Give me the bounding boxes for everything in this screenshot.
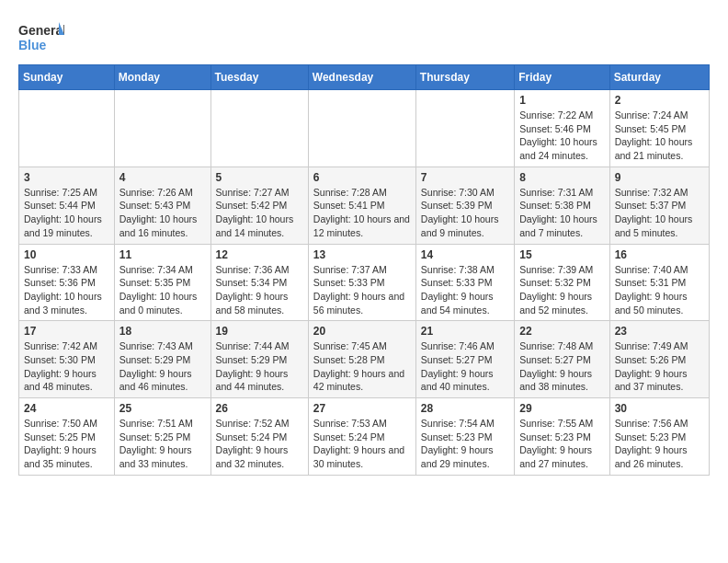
day-number: 8 bbox=[519, 171, 604, 184]
calendar-cell: 23Sunrise: 7:49 AMSunset: 5:26 PMDayligh… bbox=[609, 321, 709, 398]
day-info: Sunrise: 7:44 AMSunset: 5:29 PMDaylight:… bbox=[216, 339, 303, 394]
calendar-cell: 5Sunrise: 7:27 AMSunset: 5:42 PMDaylight… bbox=[210, 167, 308, 244]
day-number: 7 bbox=[421, 171, 509, 184]
calendar-cell: 15Sunrise: 7:39 AMSunset: 5:32 PMDayligh… bbox=[515, 244, 609, 321]
day-number: 6 bbox=[313, 171, 411, 184]
day-number: 15 bbox=[519, 248, 604, 261]
calendar-cell: 17Sunrise: 7:42 AMSunset: 5:30 PMDayligh… bbox=[19, 321, 115, 398]
calendar-cell: 3Sunrise: 7:25 AMSunset: 5:44 PMDaylight… bbox=[19, 167, 115, 244]
day-info: Sunrise: 7:42 AMSunset: 5:30 PMDaylight:… bbox=[24, 339, 109, 394]
day-info: Sunrise: 7:25 AMSunset: 5:44 PMDaylight:… bbox=[24, 186, 109, 240]
day-info: Sunrise: 7:26 AMSunset: 5:43 PMDaylight:… bbox=[119, 186, 206, 240]
day-info: Sunrise: 7:46 AMSunset: 5:27 PMDaylight:… bbox=[421, 339, 509, 394]
weekday-header-row: SundayMondayTuesdayWednesdayThursdayFrid… bbox=[19, 65, 710, 90]
day-info: Sunrise: 7:37 AMSunset: 5:33 PMDaylight:… bbox=[313, 263, 411, 317]
day-number: 9 bbox=[615, 171, 704, 184]
day-info: Sunrise: 7:27 AMSunset: 5:42 PMDaylight:… bbox=[216, 186, 303, 240]
day-number: 14 bbox=[421, 248, 509, 261]
calendar-cell: 11Sunrise: 7:34 AMSunset: 5:35 PMDayligh… bbox=[114, 244, 210, 321]
calendar-cell bbox=[19, 90, 115, 167]
weekday-header-wednesday: Wednesday bbox=[308, 65, 415, 90]
day-number: 25 bbox=[119, 402, 206, 415]
weekday-header-monday: Monday bbox=[114, 65, 210, 90]
day-info: Sunrise: 7:39 AMSunset: 5:32 PMDaylight:… bbox=[519, 263, 604, 317]
calendar-cell: 30Sunrise: 7:56 AMSunset: 5:23 PMDayligh… bbox=[609, 398, 709, 476]
day-info: Sunrise: 7:38 AMSunset: 5:33 PMDaylight:… bbox=[421, 263, 509, 317]
day-info: Sunrise: 7:53 AMSunset: 5:24 PMDaylight:… bbox=[313, 417, 411, 471]
day-info: Sunrise: 7:43 AMSunset: 5:29 PMDaylight:… bbox=[119, 339, 206, 394]
day-info: Sunrise: 7:56 AMSunset: 5:23 PMDaylight:… bbox=[615, 417, 704, 471]
day-number: 17 bbox=[24, 325, 109, 338]
day-number: 21 bbox=[421, 325, 509, 338]
week-row-5: 24Sunrise: 7:50 AMSunset: 5:25 PMDayligh… bbox=[19, 398, 710, 476]
day-info: Sunrise: 7:22 AMSunset: 5:46 PMDaylight:… bbox=[519, 109, 604, 163]
day-number: 11 bbox=[119, 248, 206, 261]
day-number: 5 bbox=[216, 171, 303, 184]
calendar-cell bbox=[415, 90, 514, 167]
weekday-header-tuesday: Tuesday bbox=[210, 65, 308, 90]
calendar-cell: 9Sunrise: 7:32 AMSunset: 5:37 PMDaylight… bbox=[609, 167, 709, 244]
week-row-2: 3Sunrise: 7:25 AMSunset: 5:44 PMDaylight… bbox=[19, 167, 710, 244]
day-number: 2 bbox=[615, 94, 704, 107]
day-number: 26 bbox=[216, 402, 303, 415]
calendar-cell: 13Sunrise: 7:37 AMSunset: 5:33 PMDayligh… bbox=[308, 244, 415, 321]
calendar-table: SundayMondayTuesdayWednesdayThursdayFrid… bbox=[18, 64, 710, 476]
calendar-cell: 18Sunrise: 7:43 AMSunset: 5:29 PMDayligh… bbox=[114, 321, 210, 398]
calendar-cell: 27Sunrise: 7:53 AMSunset: 5:24 PMDayligh… bbox=[308, 398, 415, 476]
calendar-cell: 7Sunrise: 7:30 AMSunset: 5:39 PMDaylight… bbox=[415, 167, 514, 244]
calendar-cell: 6Sunrise: 7:28 AMSunset: 5:41 PMDaylight… bbox=[308, 167, 415, 244]
calendar-cell: 24Sunrise: 7:50 AMSunset: 5:25 PMDayligh… bbox=[19, 398, 115, 476]
day-number: 27 bbox=[313, 402, 411, 415]
logo-svg: General Blue bbox=[18, 18, 64, 55]
calendar-cell: 12Sunrise: 7:36 AMSunset: 5:34 PMDayligh… bbox=[210, 244, 308, 321]
day-info: Sunrise: 7:48 AMSunset: 5:27 PMDaylight:… bbox=[519, 339, 604, 394]
day-info: Sunrise: 7:49 AMSunset: 5:26 PMDaylight:… bbox=[615, 339, 704, 394]
day-info: Sunrise: 7:31 AMSunset: 5:38 PMDaylight:… bbox=[519, 186, 604, 240]
day-number: 29 bbox=[519, 402, 604, 415]
week-row-3: 10Sunrise: 7:33 AMSunset: 5:36 PMDayligh… bbox=[19, 244, 710, 321]
day-info: Sunrise: 7:34 AMSunset: 5:35 PMDaylight:… bbox=[119, 263, 206, 317]
day-number: 13 bbox=[313, 248, 411, 261]
calendar-cell: 10Sunrise: 7:33 AMSunset: 5:36 PMDayligh… bbox=[19, 244, 115, 321]
calendar-cell: 28Sunrise: 7:54 AMSunset: 5:23 PMDayligh… bbox=[415, 398, 514, 476]
day-info: Sunrise: 7:50 AMSunset: 5:25 PMDaylight:… bbox=[24, 417, 109, 471]
day-info: Sunrise: 7:55 AMSunset: 5:23 PMDaylight:… bbox=[519, 417, 604, 471]
weekday-header-friday: Friday bbox=[515, 65, 609, 90]
calendar-cell: 8Sunrise: 7:31 AMSunset: 5:38 PMDaylight… bbox=[515, 167, 609, 244]
header: General Blue bbox=[18, 18, 710, 55]
day-number: 20 bbox=[313, 325, 411, 338]
day-number: 18 bbox=[119, 325, 206, 338]
day-number: 1 bbox=[519, 94, 604, 107]
week-row-1: 1Sunrise: 7:22 AMSunset: 5:46 PMDaylight… bbox=[19, 90, 710, 167]
day-number: 23 bbox=[615, 325, 704, 338]
day-info: Sunrise: 7:30 AMSunset: 5:39 PMDaylight:… bbox=[421, 186, 509, 240]
calendar-cell bbox=[308, 90, 415, 167]
day-number: 22 bbox=[519, 325, 604, 338]
day-info: Sunrise: 7:51 AMSunset: 5:25 PMDaylight:… bbox=[119, 417, 206, 471]
day-number: 19 bbox=[216, 325, 303, 338]
day-number: 16 bbox=[615, 248, 704, 261]
day-info: Sunrise: 7:52 AMSunset: 5:24 PMDaylight:… bbox=[216, 417, 303, 471]
svg-text:General: General bbox=[18, 23, 64, 38]
calendar-cell: 25Sunrise: 7:51 AMSunset: 5:25 PMDayligh… bbox=[114, 398, 210, 476]
calendar-cell bbox=[114, 90, 210, 167]
calendar-cell: 29Sunrise: 7:55 AMSunset: 5:23 PMDayligh… bbox=[515, 398, 609, 476]
day-info: Sunrise: 7:24 AMSunset: 5:45 PMDaylight:… bbox=[615, 109, 704, 163]
day-number: 4 bbox=[119, 171, 206, 184]
svg-text:Blue: Blue bbox=[18, 38, 47, 52]
day-info: Sunrise: 7:32 AMSunset: 5:37 PMDaylight:… bbox=[615, 186, 704, 240]
day-number: 28 bbox=[421, 402, 509, 415]
day-info: Sunrise: 7:45 AMSunset: 5:28 PMDaylight:… bbox=[313, 339, 411, 394]
day-info: Sunrise: 7:40 AMSunset: 5:31 PMDaylight:… bbox=[615, 263, 704, 317]
weekday-header-saturday: Saturday bbox=[609, 65, 709, 90]
day-info: Sunrise: 7:36 AMSunset: 5:34 PMDaylight:… bbox=[216, 263, 303, 317]
calendar-cell: 14Sunrise: 7:38 AMSunset: 5:33 PMDayligh… bbox=[415, 244, 514, 321]
day-number: 10 bbox=[24, 248, 109, 261]
day-info: Sunrise: 7:28 AMSunset: 5:41 PMDaylight:… bbox=[313, 186, 411, 240]
day-number: 30 bbox=[615, 402, 704, 415]
calendar-cell: 4Sunrise: 7:26 AMSunset: 5:43 PMDaylight… bbox=[114, 167, 210, 244]
calendar-cell: 21Sunrise: 7:46 AMSunset: 5:27 PMDayligh… bbox=[415, 321, 514, 398]
calendar-cell: 16Sunrise: 7:40 AMSunset: 5:31 PMDayligh… bbox=[609, 244, 709, 321]
weekday-header-thursday: Thursday bbox=[415, 65, 514, 90]
day-info: Sunrise: 7:54 AMSunset: 5:23 PMDaylight:… bbox=[421, 417, 509, 471]
